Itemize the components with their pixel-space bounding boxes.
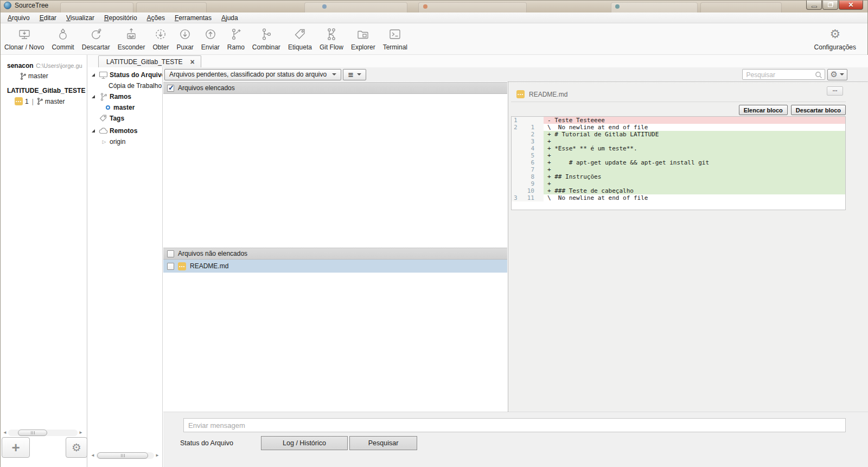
fetch-button[interactable]: Obter [149, 23, 173, 51]
cloud-icon [97, 128, 110, 134]
navtree-item-tags[interactable]: Tags [88, 113, 162, 124]
pull-button[interactable]: Puxar [173, 23, 197, 51]
scroll-right-icon[interactable]: ► [154, 452, 161, 459]
minimize-icon [812, 6, 817, 8]
chevron-down-icon [840, 73, 844, 75]
settings-button[interactable]: ⚙ Configurações [810, 23, 860, 51]
diff-line: 3 + [512, 138, 845, 145]
diff-file-header: … README.md [511, 87, 846, 102]
menu-repositorio[interactable]: Repositório [99, 13, 142, 23]
repo-item-latitude[interactable]: LATITUDE_Gitlab_TESTE C [7, 85, 87, 95]
branch-icon [229, 26, 243, 43]
repo-tab-latitude[interactable]: LATITUDE_Gitlab_TESTE × [98, 55, 201, 67]
diff-old-line-number [512, 152, 524, 159]
navtree-item-master[interactable]: master [88, 102, 162, 113]
scroll-left-icon[interactable]: ◄ [90, 452, 96, 459]
diff-new-line-number: 1 [524, 124, 534, 131]
modified-status-icon: … [15, 97, 23, 105]
discard-button[interactable]: Descartar [78, 23, 114, 51]
add-repo-button[interactable]: + [2, 437, 30, 458]
search-settings-dropdown[interactable]: ⚙ [827, 69, 847, 80]
stash-button[interactable]: Esconder [114, 23, 149, 51]
diff-old-line-number: 3 [512, 194, 524, 201]
menu-editar[interactable]: Editar [35, 13, 61, 23]
minimize-button[interactable] [806, 1, 822, 10]
expander-open-icon[interactable] [90, 95, 97, 98]
menu-ajuda[interactable]: Ajuda [216, 13, 243, 23]
navtree-item-remotes[interactable]: Remotos [88, 125, 162, 136]
pending-files-dropdown[interactable]: Arquivos pendentes, classificado por sta… [164, 69, 341, 80]
navtree-item-origin[interactable]: ▷ origin [88, 136, 162, 147]
tab-log-history[interactable]: Log / Histórico [261, 436, 348, 450]
menu-acoes[interactable]: Ações [142, 13, 170, 23]
repo-branch-senacon[interactable]: master [7, 71, 87, 85]
diff-line-text: - Teste Testeeee [544, 117, 845, 124]
terminal-button[interactable]: Terminal [379, 23, 411, 51]
diff-line-text: + [544, 152, 845, 159]
file-checkbox[interactable] [167, 263, 174, 270]
commit-button[interactable]: Commit [48, 23, 78, 51]
sourcetree-window: SourceTree ✕ Arquivo Editar Visualizar R… [0, 0, 868, 467]
clone-new-button[interactable]: Clonar / Novo [1, 23, 48, 51]
diff-content[interactable]: 1 - Teste Testeeee 2 1 \ No newline at e… [511, 116, 846, 210]
sidebar-settings-button[interactable]: ⚙ [66, 437, 87, 458]
commit-message-input[interactable] [183, 418, 846, 432]
expander-open-icon[interactable] [90, 73, 97, 77]
file-status-pane: Arquivos elencados Arquivos não elencado… [163, 82, 507, 412]
navtree-item-working-copy[interactable]: Cópia de Trabalho [88, 80, 162, 91]
close-button[interactable]: ✕ [839, 1, 863, 10]
tab-file-status[interactable]: Status do Arquivo [163, 439, 250, 447]
tag-button[interactable]: Etiqueta [284, 23, 316, 51]
push-icon [203, 26, 218, 43]
search-box[interactable] [742, 69, 825, 80]
merge-icon [259, 26, 273, 43]
close-icon: ✕ [848, 2, 853, 8]
stage-hunk-button[interactable]: Elencar bloco [739, 105, 788, 115]
branch-button[interactable]: Ramo [224, 23, 248, 51]
expander-closed-icon[interactable]: ▷ [101, 139, 107, 144]
search-input[interactable] [743, 70, 825, 80]
diff-old-line-number [512, 166, 524, 173]
diff-line: 2 + # Tutorial de Gitlab LATITUDE [512, 131, 845, 138]
file-row-readme[interactable]: … README.md [163, 260, 507, 273]
navtree-horizontal-scrollbar[interactable]: ◄ ► [90, 452, 161, 459]
menu-visualizar[interactable]: Visualizar [61, 13, 99, 23]
unstaged-checkbox[interactable] [167, 250, 174, 257]
tabstrip: LATITUDE_Gitlab_TESTE × [88, 55, 868, 67]
push-button[interactable]: Enviar [197, 23, 224, 51]
diff-line: 3 11 \ No newline at end of file [512, 194, 845, 201]
navtree-item-file-status[interactable]: Status do Arquivo [88, 70, 162, 80]
scroll-right-icon[interactable]: ► [78, 429, 84, 437]
discard-hunk-button[interactable]: Descartar bloco [791, 105, 846, 115]
tab-search[interactable]: Pesquisar [349, 436, 417, 450]
scroll-left-icon[interactable]: ◄ [2, 429, 8, 437]
navtree-item-branches[interactable]: Ramos [88, 91, 162, 102]
menu-ferramentas[interactable]: Ferramentas [170, 13, 216, 23]
gitflow-button[interactable]: Git Flow [316, 23, 347, 51]
commit-bar: Status do Arquivo Log / Histórico Pesqui… [163, 412, 868, 467]
explorer-button[interactable]: Explorer [347, 23, 379, 51]
diff-new-line-number: 3 [524, 138, 534, 145]
tab-close-icon[interactable]: × [190, 58, 194, 66]
repo-branch-latitude[interactable]: … 1 | master [7, 96, 87, 105]
merge-button[interactable]: Combinar [248, 23, 284, 51]
blurred-tab [304, 2, 407, 12]
expander-open-icon[interactable] [90, 129, 97, 132]
modified-status-icon: … [178, 262, 186, 270]
gitflow-icon [324, 26, 339, 43]
diff-old-line-number [512, 131, 524, 138]
tag-icon [293, 26, 307, 43]
blurred-tab [700, 2, 782, 12]
diff-line-text: + # apt-get update && apt-get install gi… [544, 159, 845, 166]
restore-button[interactable] [822, 1, 838, 10]
repo-item-senacon[interactable]: senacon C:\Users\jorge.gu [7, 60, 87, 70]
staged-checkbox[interactable] [167, 85, 174, 92]
diff-more-button[interactable]: ... [827, 86, 843, 96]
sidebar-horizontal-scrollbar[interactable]: ◄ ► [2, 429, 84, 437]
clone-icon [17, 26, 31, 43]
menu-arquivo[interactable]: Arquivo [3, 13, 35, 23]
navtree: Status do Arquivo Cópia de Trabalho Ramo… [88, 67, 163, 467]
modified-count-badge: 1 [25, 98, 29, 105]
current-branch-dot-icon [106, 105, 110, 110]
sort-options-dropdown[interactable]: ≡ [343, 69, 366, 80]
